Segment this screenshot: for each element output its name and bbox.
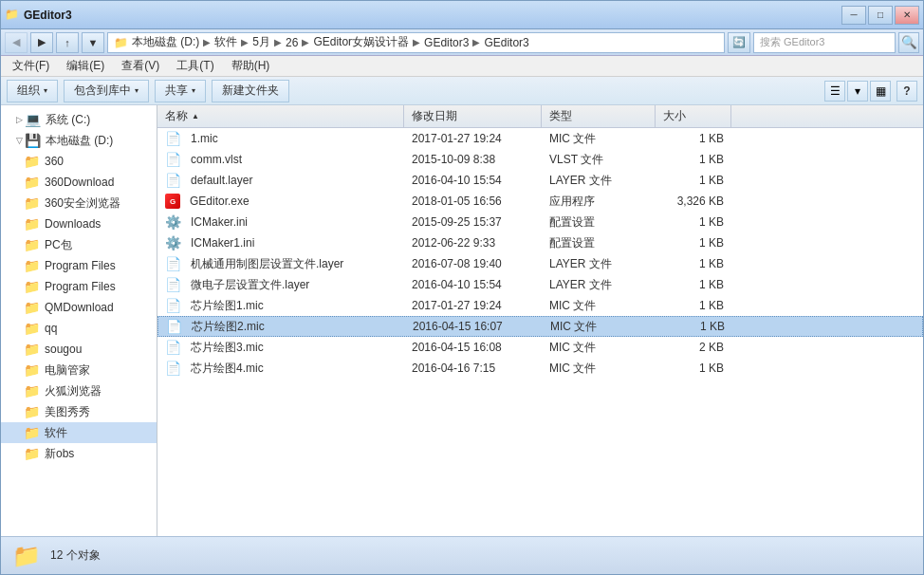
path-sep-3: ▶ (274, 37, 282, 47)
drive-d-icon: 💾 (25, 133, 41, 148)
window-controls: ─ □ ✕ (841, 6, 919, 25)
sidebar-item-pcbag[interactable]: 📁 PC包 (1, 234, 157, 255)
file-size: 1 KB (699, 236, 724, 250)
back-button[interactable]: ◀ (5, 32, 28, 53)
organize-label: 组织 (17, 83, 40, 99)
folder-meitu-icon: 📁 (24, 404, 40, 419)
table-row[interactable]: 📄 芯片绘图4.mic 2016-04-16 7:15 MIC 文件 1 KB (157, 358, 923, 379)
col-type-label: 类型 (549, 108, 572, 124)
folder-software-icon: 📁 (24, 425, 40, 440)
file-size: 1 KB (699, 174, 724, 187)
sidebar-item-qmdownload[interactable]: 📁 QMDownload (1, 297, 157, 318)
share-button[interactable]: 共享 ▾ (155, 80, 206, 102)
path-segment-1: 本地磁盘 (D:) (132, 34, 199, 50)
toolbar: 组织 ▾ 包含到库中 ▾ 共享 ▾ 新建文件夹 ☰ ▾ ▦ ? (1, 77, 923, 105)
status-folder-icon: 📁 (12, 543, 41, 569)
sidebar-item-newobs[interactable]: 📁 新obs (1, 443, 157, 464)
folder-360br-icon: 📁 (24, 195, 40, 211)
file-name: 芯片绘图4.mic (191, 361, 264, 377)
file-type: LAYER 文件 (549, 256, 612, 272)
folder-downloads-icon: 📁 (24, 216, 40, 232)
file-date: 2018-01-05 16:56 (412, 195, 502, 208)
table-row[interactable]: 📄 default.layer 2016-04-10 15:54 LAYER 文… (157, 170, 923, 191)
sidebar-item-software[interactable]: 📁 软件 (1, 422, 157, 443)
sidebar-item-firefox[interactable]: 📁 火狐浏览器 (1, 380, 157, 401)
preview-pane-button[interactable]: ▦ (870, 81, 891, 102)
col-name-label: 名称 (165, 108, 188, 124)
table-row[interactable]: G GEditor.exe 2018-01-05 16:56 应用程序 3,32… (157, 191, 923, 212)
config-icon: ⚙️ (165, 235, 181, 250)
sidebar-label-360download: 360Download (45, 176, 114, 189)
menu-help[interactable]: 帮助(H) (224, 56, 278, 76)
table-row[interactable]: ⚙️ ICMaker1.ini 2012-06-22 9:33 配置设置 1 K… (157, 232, 923, 253)
sidebar-label-drive-c: 系统 (C:) (46, 112, 90, 128)
sidebar-item-360[interactable]: 📁 360 (1, 151, 157, 172)
sidebar-label-qmdownload: QMDownload (45, 301, 114, 314)
sidebar-item-pcmanager[interactable]: 📁 电脑管家 (1, 360, 157, 380)
include-library-button[interactable]: 包含到库中 ▾ (64, 80, 149, 102)
file-area: 名称 ▲ 修改日期 类型 大小 📄 1.mic 2017-0 (157, 105, 923, 536)
table-row[interactable]: 📄 芯片绘图2.mic 2016-04-15 16:07 MIC 文件 1 KB (157, 316, 923, 337)
window-icon: 📁 (5, 8, 20, 23)
file-date: 2017-01-27 19:24 (412, 299, 502, 312)
new-folder-button[interactable]: 新建文件夹 (212, 80, 289, 102)
help-button[interactable]: ? (896, 81, 917, 102)
table-row[interactable]: 📄 芯片绘图1.mic 2017-01-27 19:24 MIC 文件 1 KB (157, 295, 923, 316)
refresh-button[interactable]: 🔄 (728, 32, 750, 53)
file-type: LAYER 文件 (549, 173, 612, 189)
table-row[interactable]: 📄 comm.vlst 2015-10-09 8:38 VLST 文件 1 KB (157, 149, 923, 170)
file-icon: 📄 (165, 173, 181, 188)
up-button[interactable]: ↑ (56, 32, 79, 53)
table-row[interactable]: 📄 微电子层设置文件.layer 2016-04-10 15:54 LAYER … (157, 274, 923, 295)
address-bar: ◀ ▶ ↑ ▼ 📁 本地磁盘 (D:) ▶ 软件 ▶ 5月 ▶ 26 ▶ GEd… (1, 29, 923, 56)
main-content: ▷ 💻 系统 (C:) ▽ 💾 本地磁盘 (D:) 📁 360 📁 360Dow… (1, 105, 923, 536)
folder-360dl-icon: 📁 (24, 175, 40, 190)
file-name: 微电子层设置文件.layer (191, 277, 309, 293)
sidebar-item-programfiles2[interactable]: 📁 Program Files (1, 276, 157, 297)
folder-pcmgr-icon: 📁 (24, 362, 40, 378)
col-header-type[interactable]: 类型 (542, 105, 656, 127)
maximize-button[interactable]: □ (868, 6, 893, 25)
table-row[interactable]: 📄 1.mic 2017-01-27 19:24 MIC 文件 1 KB (157, 128, 923, 149)
search-box[interactable]: 搜索 GEditor3 (753, 32, 896, 53)
sidebar-item-sougou[interactable]: 📁 sougou (1, 339, 157, 360)
file-date: 2016-04-15 16:07 (413, 320, 503, 333)
menu-tools[interactable]: 工具(T) (169, 56, 221, 76)
sidebar-label-downloads: Downloads (45, 217, 101, 231)
sidebar-item-drive-d[interactable]: ▽ 💾 本地磁盘 (D:) (1, 130, 157, 151)
share-label: 共享 (165, 83, 188, 99)
organize-button[interactable]: 组织 ▾ (7, 80, 58, 102)
table-row[interactable]: 📄 芯片绘图3.mic 2016-04-15 16:08 MIC 文件 2 KB (157, 337, 923, 358)
minimize-button[interactable]: ─ (841, 6, 866, 25)
col-header-size[interactable]: 大小 (656, 105, 731, 127)
close-button[interactable]: ✕ (895, 6, 919, 25)
table-row[interactable]: ⚙️ ICMaker.ini 2015-09-25 15:37 配置设置 1 K… (157, 212, 923, 232)
recent-locations-button[interactable]: ▼ (82, 32, 104, 53)
forward-button[interactable]: ▶ (30, 32, 53, 53)
sidebar-item-downloads[interactable]: 📁 Downloads (1, 213, 157, 234)
col-header-date[interactable]: 修改日期 (404, 105, 542, 127)
sidebar-item-meitu[interactable]: 📁 美图秀秀 (1, 401, 157, 422)
sidebar-item-360browser[interactable]: 📁 360安全浏览器 (1, 193, 157, 213)
file-type: MIC 文件 (549, 131, 596, 147)
file-size: 1 KB (699, 299, 724, 312)
address-path[interactable]: 📁 本地磁盘 (D:) ▶ 软件 ▶ 5月 ▶ 26 ▶ GEditor女娲设计… (107, 32, 725, 53)
search-button[interactable]: 🔍 (898, 32, 919, 53)
menu-file[interactable]: 文件(F) (5, 56, 57, 76)
sidebar-label-pcbag: PC包 (45, 237, 72, 253)
sidebar-item-programfiles1[interactable]: 📁 Program Files (1, 255, 157, 276)
table-row[interactable]: 📄 机械通用制图层设置文件.layer 2016-07-08 19:40 LAY… (157, 253, 923, 274)
menu-view[interactable]: 查看(V) (114, 56, 167, 76)
file-date: 2015-09-25 15:37 (412, 215, 502, 229)
sidebar-item-360download[interactable]: 📁 360Download (1, 172, 157, 193)
file-name: ICMaker1.ini (191, 236, 254, 250)
sidebar-item-drive-c[interactable]: ▷ 💻 系统 (C:) (1, 109, 157, 130)
view-list-button[interactable]: ☰ (824, 81, 845, 102)
file-name: 1.mic (191, 132, 218, 145)
view-icon-dropdown[interactable]: ▾ (847, 81, 868, 102)
menu-edit[interactable]: 编辑(E) (59, 56, 112, 76)
window: 📁 GEditor3 ─ □ ✕ ◀ ▶ ↑ ▼ 📁 本地磁盘 (D:) ▶ 软… (0, 0, 924, 575)
col-header-name[interactable]: 名称 ▲ (157, 105, 404, 127)
sidebar-item-qq[interactable]: 📁 qq (1, 318, 157, 339)
include-label: 包含到库中 (74, 83, 131, 99)
